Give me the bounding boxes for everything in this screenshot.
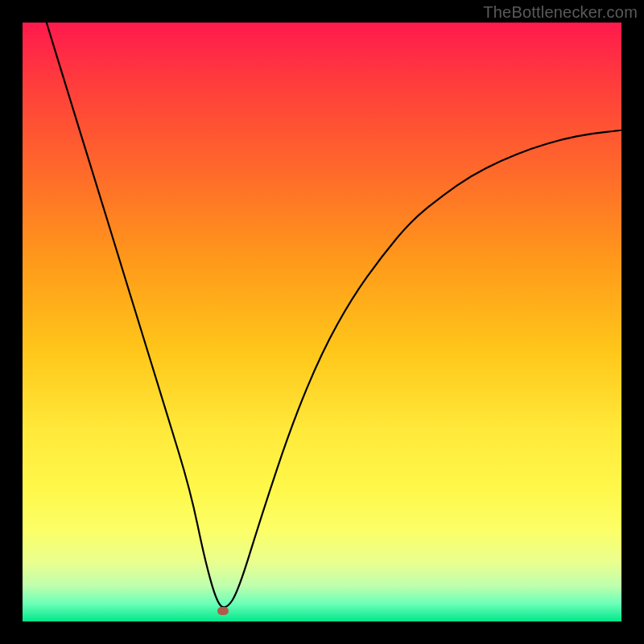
plot-area [23,23,621,621]
watermark-label: TheBottlenecker.com [483,3,638,22]
